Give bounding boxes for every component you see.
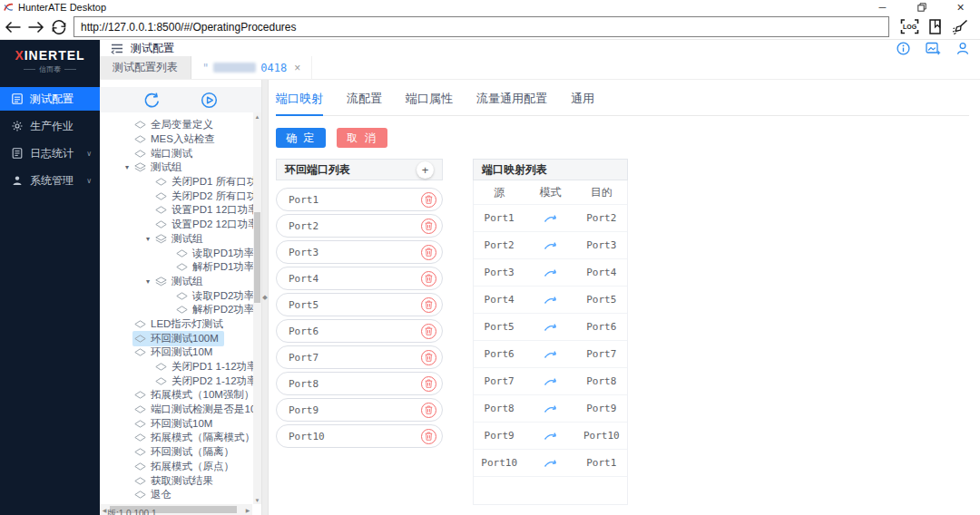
port-item[interactable]: Port3	[276, 240, 443, 264]
vertical-scroll-thumb[interactable]	[254, 212, 260, 303]
tree-item[interactable]: 关闭PD2 1-12功率	[100, 374, 250, 388]
back-button[interactable]	[2, 16, 24, 38]
tab-close-icon[interactable]: ×	[294, 62, 300, 74]
mapping-row[interactable]: Port2Port3	[474, 232, 627, 259]
delete-port-button[interactable]	[421, 350, 436, 365]
delete-port-button[interactable]	[421, 192, 436, 208]
tree-item[interactable]: 拓展模式（隔离模式）	[100, 431, 250, 445]
back-icon	[5, 21, 22, 34]
caret-down-icon[interactable]: ▾	[142, 235, 153, 243]
scroll-up-icon[interactable]: ▲	[253, 112, 261, 121]
tree-item[interactable]: 读取PD2功率	[100, 288, 250, 303]
delete-port-button[interactable]	[421, 376, 436, 392]
info-icon[interactable]	[897, 42, 910, 55]
restore-button[interactable]	[902, 0, 941, 15]
tree-vertical-scrollbar[interactable]: ▲ ▼	[253, 112, 261, 504]
mapping-row[interactable]: Port10Port1	[474, 450, 627, 477]
tree-item[interactable]: 端口测试检测是否是10M模式	[100, 403, 250, 417]
scroll-down-icon[interactable]: ▼	[253, 496, 261, 504]
tree-refresh-icon[interactable]	[143, 92, 161, 109]
scroll-right-icon[interactable]: ▶	[243, 504, 252, 515]
caret-down-icon[interactable]: ▾	[142, 277, 153, 286]
sidebar-item-test-config[interactable]: 测试配置	[0, 87, 100, 111]
tree-item[interactable]: 环回测试10M	[100, 416, 250, 431]
tree-item[interactable]: 读取PD1功率	[100, 246, 250, 260]
splitter-handle-icon[interactable]: ◆	[262, 294, 267, 301]
delete-port-button[interactable]	[421, 324, 436, 339]
tree-item[interactable]: 环回测试100M	[100, 331, 250, 345]
tab-config-list[interactable]: 测试配置列表	[100, 56, 191, 79]
port-item[interactable]: Port9	[276, 398, 443, 422]
form-button[interactable]	[922, 16, 947, 38]
tree-item[interactable]: 解析PD1功率	[100, 260, 250, 275]
tree-item[interactable]: 设置PD1 12口功率10W	[100, 203, 250, 218]
forward-button[interactable]	[24, 16, 47, 38]
tab-active-document[interactable]: " 0418 ×	[191, 56, 312, 79]
panel-splitter[interactable]: ◆	[261, 80, 269, 515]
mapping-row[interactable]: Port4Port5	[474, 287, 627, 314]
tree-item[interactable]: 退仓	[100, 488, 250, 502]
address-input[interactable]	[74, 16, 889, 37]
menu-fold-icon[interactable]	[111, 43, 123, 54]
tab-port-attributes[interactable]: 端口属性	[406, 91, 453, 107]
tree-item[interactable]: 关闭PD1 1-12功率	[100, 360, 250, 374]
delete-port-button[interactable]	[421, 271, 436, 287]
tree-item[interactable]: 设置PD2 12口功率10W	[100, 218, 250, 232]
tab-flow-common-config[interactable]: 流量通用配置	[476, 91, 547, 107]
port-item[interactable]: Port5	[276, 293, 443, 316]
delete-port-button[interactable]	[421, 403, 436, 418]
close-button[interactable]: ×	[941, 0, 980, 15]
delete-port-button[interactable]	[421, 219, 436, 234]
tree-item[interactable]: ▾测试组	[100, 232, 250, 247]
tree-item[interactable]: 关闭PD1 所有口功率	[100, 175, 250, 189]
mapping-row[interactable]: Port7Port8	[474, 368, 627, 395]
tree-item[interactable]: 环回测试（隔离）	[100, 445, 250, 460]
refresh-button[interactable]	[47, 16, 70, 38]
clean-button[interactable]	[947, 16, 973, 38]
tab-general[interactable]: 通用	[571, 91, 594, 107]
mapping-row[interactable]: Port9Port10	[474, 423, 627, 450]
tree-item[interactable]: 端口测试	[100, 146, 250, 160]
port-label: Port6	[289, 326, 318, 337]
add-port-button[interactable]: +	[416, 161, 434, 179]
tree-item[interactable]: 拓展模式（原点）	[100, 460, 250, 474]
mapping-row[interactable]: Port5Port6	[474, 314, 627, 341]
tree-item[interactable]: 拓展模式（10M强制）	[100, 388, 250, 403]
tree-item[interactable]: 获取测试结果	[100, 473, 250, 488]
sidebar-item-log-statistics[interactable]: 日志统计∨	[0, 141, 100, 165]
tab-flow-config[interactable]: 流配置	[347, 91, 382, 107]
tree-item[interactable]: ▾测试组	[100, 275, 250, 289]
tree-item[interactable]: 全局变量定义	[100, 118, 250, 132]
port-item[interactable]: Port6	[276, 319, 443, 343]
delete-port-button[interactable]	[421, 297, 436, 313]
log-button[interactable]: LOG	[897, 16, 922, 38]
port-item[interactable]: Port2	[276, 214, 443, 238]
mapping-row[interactable]: Port8Port9	[474, 395, 627, 423]
mapping-row[interactable]: Port1Port2	[474, 205, 627, 232]
cancel-button[interactable]: 取 消	[337, 128, 387, 148]
export-icon[interactable]	[926, 42, 941, 55]
port-item[interactable]: Port1	[276, 188, 443, 211]
caret-down-icon[interactable]: ▾	[122, 163, 132, 171]
tree-item[interactable]: MES入站检查	[100, 132, 250, 147]
port-item[interactable]: Port4	[276, 267, 443, 290]
delete-port-button[interactable]	[421, 429, 436, 444]
person-icon[interactable]	[956, 42, 969, 55]
tree-item[interactable]: 解析PD2功率	[100, 303, 250, 317]
mapping-row[interactable]: Port6Port7	[474, 341, 627, 368]
minimize-button[interactable]: ─	[863, 0, 902, 15]
delete-port-button[interactable]	[421, 245, 436, 260]
sidebar-item-system-management[interactable]: 系统管理∨	[0, 169, 100, 192]
port-item[interactable]: Port7	[276, 345, 443, 369]
confirm-button[interactable]: 确 定	[276, 128, 326, 148]
port-item[interactable]: Port10	[276, 424, 443, 448]
port-item[interactable]: Port8	[276, 372, 443, 395]
mapping-row[interactable]: Port3Port4	[474, 259, 627, 287]
tree-item[interactable]: LED指示灯测试	[100, 317, 250, 332]
tab-port-mapping[interactable]: 端口映射	[276, 91, 323, 107]
tree-item[interactable]: 关闭PD2 所有口功率	[100, 189, 250, 203]
sidebar-item-production-work[interactable]: 生产作业	[0, 114, 100, 138]
tree-item[interactable]: ▾测试组	[100, 160, 250, 175]
tree-run-icon[interactable]	[201, 92, 218, 109]
tree-item[interactable]: 环回测试10M	[100, 345, 250, 360]
